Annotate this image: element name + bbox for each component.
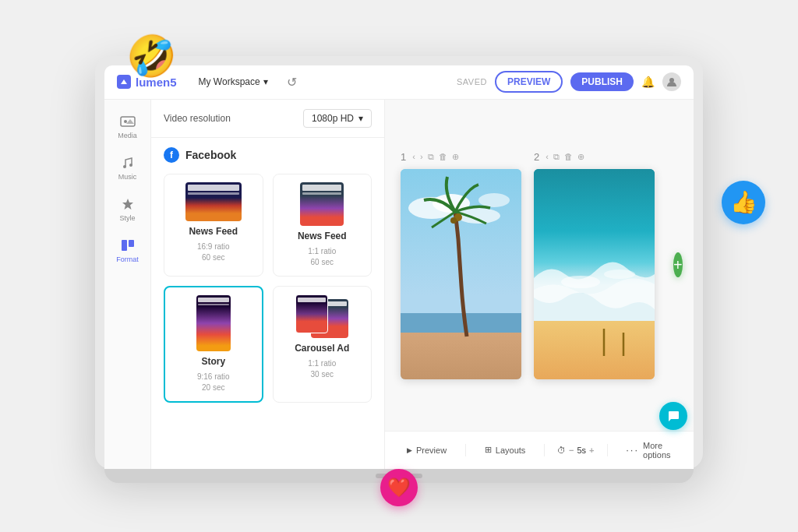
slide-2-duplicate-icon[interactable]: ⧉ <box>553 152 560 162</box>
topbar-right: SAVED PREVIEW PUBLISH 🔔 <box>457 71 681 93</box>
format-card-carousel[interactable]: Carousel Ad 1:1 ratio30 sec <box>273 286 373 403</box>
story-preview <box>196 295 231 351</box>
svg-rect-1 <box>121 117 135 126</box>
workspace-chevron: ▾ <box>263 76 268 87</box>
newsfeed-1-1-preview <box>300 182 344 226</box>
platform-section: f Facebook News Feed <box>151 138 384 469</box>
platform-label: Facebook <box>185 149 236 161</box>
laptop-screen: lumen5 My Workspace ▾ ↺ SAVED PREVIEW PU… <box>104 65 694 469</box>
story-meta: 9:16 ratio20 sec <box>197 372 230 393</box>
layouts-icon: ⊞ <box>485 445 492 455</box>
toolbar-separator-1 <box>465 444 466 456</box>
slide-1-prev-icon[interactable]: ‹ <box>412 152 415 161</box>
select-chevron-icon: ▾ <box>358 113 363 124</box>
preview-toolbar-label: Preview <box>416 446 447 455</box>
layouts-button[interactable]: ⊞ Layouts <box>478 442 532 458</box>
more-options-button[interactable]: ··· More options <box>620 438 678 463</box>
sidebar-item-media[interactable]: Media <box>108 107 148 146</box>
notification-bell-icon[interactable]: 🔔 <box>641 76 655 88</box>
svg-rect-19 <box>534 321 655 379</box>
svg-rect-6 <box>129 240 134 247</box>
story-name: Story <box>201 356 225 367</box>
sidebar-item-format[interactable]: Format <box>108 231 148 270</box>
slide-2-delete-icon[interactable]: 🗑 <box>564 152 573 161</box>
format-grid: News Feed 16:9 ratio60 sec News <box>164 174 372 403</box>
undo-button[interactable]: ↺ <box>282 72 302 93</box>
laptop-shell: lumen5 My Workspace ▾ ↺ SAVED PREVIEW PU… <box>95 56 703 469</box>
svg-point-4 <box>129 164 132 167</box>
svg-rect-5 <box>122 240 127 251</box>
slide-1-settings-icon[interactable]: ⊕ <box>452 152 459 162</box>
timer-control: ⏱ − 5s + <box>557 446 595 455</box>
slide-controls-1: 1 ‹ › ⧉ 🗑 ⊕ <box>401 151 521 163</box>
slide-number-2: 2 <box>534 151 539 163</box>
newsfeed-16-9-preview <box>185 182 242 221</box>
facebook-icon: f <box>164 147 179 163</box>
svg-rect-13 <box>401 333 521 379</box>
platform-header: f Facebook <box>164 147 372 163</box>
slide-1[interactable] <box>401 169 521 379</box>
slide-1-next-icon[interactable]: › <box>420 152 423 161</box>
add-slide-button[interactable]: + <box>673 252 683 277</box>
media-icon <box>118 114 137 129</box>
heart-emoji-decoration: ❤️ <box>380 469 418 506</box>
newsfeed-1-1-name: News Feed <box>298 231 347 241</box>
resolution-select[interactable]: 1080p HD ▾ <box>303 109 372 128</box>
toolbar-separator-2 <box>544 444 545 456</box>
app-container: lumen5 My Workspace ▾ ↺ SAVED PREVIEW PU… <box>104 65 694 469</box>
laughing-emoji-decoration: 🤣 <box>126 33 177 80</box>
format-card-newsfeed-1-1[interactable]: News Feed 1:1 ratio60 sec <box>273 174 373 277</box>
saved-indicator: SAVED <box>457 77 487 86</box>
newsfeed-1-1-meta: 1:1 ratio60 sec <box>308 246 336 268</box>
slide-2[interactable] <box>534 169 655 379</box>
preview-toolbar-button[interactable]: ▶ Preview <box>401 442 453 458</box>
workspace-label: My Workspace <box>199 76 260 87</box>
more-options-icon: ··· <box>626 444 639 456</box>
newsfeed-16-9-meta: 16:9 ratio60 sec <box>197 241 230 263</box>
user-avatar[interactable] <box>662 72 681 91</box>
format-label: Format <box>116 255 139 263</box>
slide-2-settings-icon[interactable]: ⊕ <box>577 152 584 162</box>
carousel-meta: 1:1 ratio30 sec <box>308 358 336 380</box>
slides-container: 1 ‹ › ⧉ 🗑 ⊕ <box>385 100 694 431</box>
thumbsup-emoji-decoration: 👍 <box>722 181 765 224</box>
newsfeed-16-9-name: News Feed <box>189 226 238 237</box>
toolbar-separator-3 <box>607 444 608 456</box>
sidebar-item-style[interactable]: Style <box>108 190 148 228</box>
topbar: lumen5 My Workspace ▾ ↺ SAVED PREVIEW PU… <box>104 65 694 100</box>
timer-icon: ⏱ <box>557 446 566 455</box>
svg-point-15 <box>450 217 457 224</box>
main-content: Media Music Style <box>104 100 694 469</box>
play-icon: ▶ <box>407 446 412 454</box>
slide-1-duplicate-icon[interactable]: ⧉ <box>428 152 434 162</box>
svg-point-17 <box>561 276 600 288</box>
slide-1-delete-icon[interactable]: 🗑 <box>439 152 447 161</box>
format-card-story[interactable]: Story 9:16 ratio20 sec <box>164 286 263 403</box>
publish-button[interactable]: PUBLISH <box>570 72 634 91</box>
sidebar-item-music[interactable]: Music <box>108 149 148 187</box>
music-icon <box>118 155 137 171</box>
slide-wrapper-2: 2 ‹ ⧉ 🗑 ⊕ <box>534 151 655 379</box>
format-icon <box>118 238 137 253</box>
timer-minus-button[interactable]: − <box>569 446 574 455</box>
workspace-button[interactable]: My Workspace ▾ <box>192 73 274 90</box>
music-label: Music <box>118 173 137 181</box>
slide-number-1: 1 <box>401 151 406 163</box>
media-label: Media <box>118 132 137 139</box>
chat-bubble-button[interactable] <box>659 402 687 430</box>
slide-wrapper-1: 1 ‹ › ⧉ 🗑 ⊕ <box>401 151 521 379</box>
slide-2-prev-icon[interactable]: ‹ <box>546 152 549 161</box>
format-top: Video resolution 1080p HD ▾ <box>151 100 384 138</box>
slide-controls-2: 2 ‹ ⧉ 🗑 ⊕ <box>534 151 655 163</box>
resolution-label: Video resolution <box>164 113 231 124</box>
svg-point-3 <box>123 165 126 168</box>
sidebar: Media Music Style <box>104 100 151 469</box>
format-card-newsfeed-16-9[interactable]: News Feed 16:9 ratio60 sec <box>164 174 263 277</box>
editor-area: 1 ‹ › ⧉ 🗑 ⊕ <box>385 100 694 469</box>
timer-plus-button[interactable]: + <box>589 446 594 455</box>
layouts-label: Layouts <box>496 446 526 455</box>
style-label: Style <box>119 214 135 222</box>
carousel-preview <box>295 294 348 338</box>
preview-button[interactable]: PREVIEW <box>495 71 563 93</box>
svg-point-18 <box>604 270 635 279</box>
